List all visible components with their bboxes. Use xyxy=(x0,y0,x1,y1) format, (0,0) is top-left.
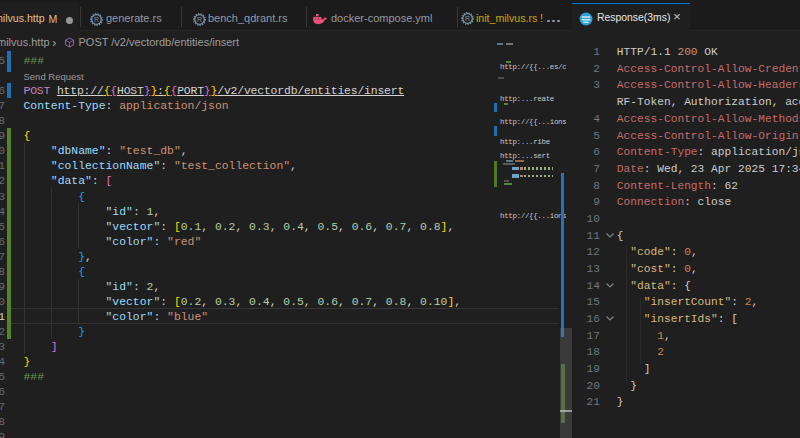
svg-text:R: R xyxy=(94,16,99,23)
svg-text:R: R xyxy=(197,16,202,23)
svg-text:R: R xyxy=(465,15,470,22)
